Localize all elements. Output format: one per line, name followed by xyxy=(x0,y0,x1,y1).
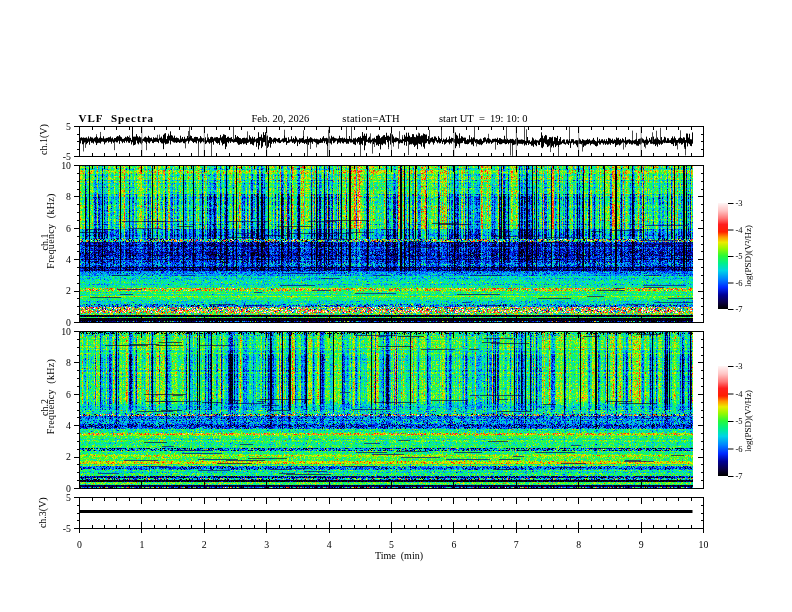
svg-text:-7: -7 xyxy=(736,471,743,481)
svg-text:2: 2 xyxy=(66,451,71,462)
svg-text:5: 5 xyxy=(66,492,71,503)
svg-text:0: 0 xyxy=(77,539,82,550)
svg-text:4: 4 xyxy=(66,254,71,265)
svg-text:6: 6 xyxy=(66,389,71,400)
svg-text:4: 4 xyxy=(327,539,332,550)
svg-text:8: 8 xyxy=(576,539,581,550)
svg-text:-7: -7 xyxy=(736,304,743,314)
svg-text:log(PSD)(V²/Hz): log(PSD)(V²/Hz) xyxy=(743,390,753,452)
svg-text:6: 6 xyxy=(451,539,456,550)
svg-text:1: 1 xyxy=(139,539,144,550)
svg-text:10: 10 xyxy=(61,160,71,171)
svg-text:10: 10 xyxy=(61,326,71,337)
svg-text:Time (min): Time (min) xyxy=(375,550,423,562)
svg-text:-3: -3 xyxy=(736,361,743,371)
svg-text:7: 7 xyxy=(514,539,519,550)
svg-text:station=ATH: station=ATH xyxy=(342,113,400,124)
svg-text:Frequency (kHz): Frequency (kHz) xyxy=(45,193,57,268)
svg-text:2: 2 xyxy=(202,539,207,550)
svg-text:4: 4 xyxy=(66,420,71,431)
svg-text:3: 3 xyxy=(264,539,269,550)
svg-text:5: 5 xyxy=(389,539,394,550)
svg-text:8: 8 xyxy=(66,191,71,202)
svg-text:ch.3(V): ch.3(V) xyxy=(38,497,50,528)
svg-text:8: 8 xyxy=(66,357,71,368)
svg-text:start UT = 19: 10: 0: start UT = 19: 10: 0 xyxy=(439,113,527,124)
svg-text:Feb. 20, 2026: Feb. 20, 2026 xyxy=(251,113,309,124)
svg-text:5: 5 xyxy=(66,121,71,132)
svg-text:Frequency (kHz): Frequency (kHz) xyxy=(45,359,57,434)
svg-text:log(PSD)(V²/Hz): log(PSD)(V²/Hz) xyxy=(743,225,753,287)
svg-text:VLF Spectra: VLF Spectra xyxy=(79,112,155,124)
svg-text:9: 9 xyxy=(639,539,644,550)
svg-text:10: 10 xyxy=(699,539,709,550)
svg-text:-5: -5 xyxy=(63,523,71,534)
svg-text:2: 2 xyxy=(66,285,71,296)
svg-text:ch.1(V): ch.1(V) xyxy=(38,124,50,155)
svg-text:6: 6 xyxy=(66,223,71,234)
svg-text:-3: -3 xyxy=(736,198,743,208)
